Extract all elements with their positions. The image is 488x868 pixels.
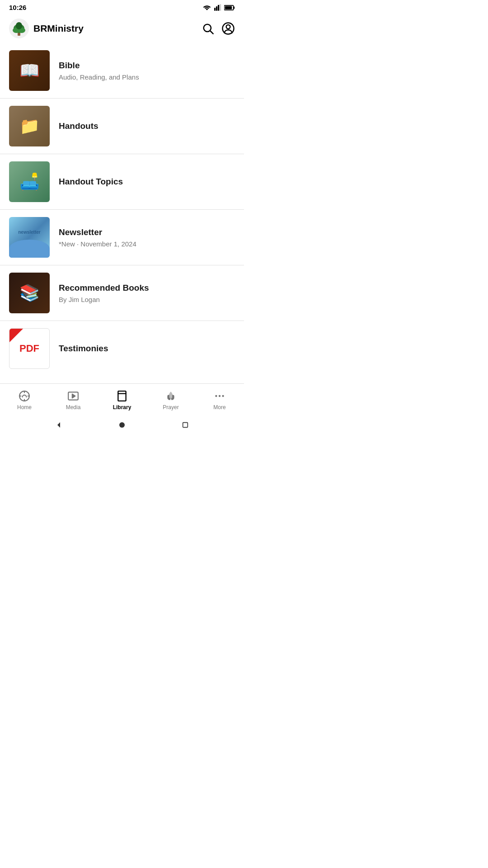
profile-button[interactable] [221,22,235,35]
list-item-testimonies[interactable]: Testimonies [0,321,244,375]
testimonies-text: Testimonies [59,343,235,354]
signal-icon [214,4,221,11]
svg-point-26 [215,395,217,396]
recents-button[interactable] [181,420,190,429]
home-icon [18,390,31,402]
svg-rect-2 [218,5,219,11]
newsletter-title: Newsletter [59,227,235,238]
nav-item-prayer[interactable]: Prayer [153,390,189,410]
nav-item-home[interactable]: Home [6,390,42,410]
wifi-icon [202,4,211,11]
list-item-handout-topics[interactable]: Handout Topics [0,154,244,210]
nav-item-library[interactable]: Library [104,390,140,410]
svg-point-28 [222,395,224,396]
svg-rect-3 [220,4,221,10]
app-bar: BRMinistry [0,14,244,43]
handout-topics-thumbnail [9,161,50,202]
handout-topics-text: Handout Topics [59,176,235,188]
app-logo-container: BRMinistry [9,19,202,38]
library-list: Bible Audio, Reading, and Plans Handouts… [0,43,244,375]
svg-point-27 [219,395,221,396]
recommended-books-text: Recommended Books By Jim Logan [59,283,235,303]
app-title: BRMinistry [33,23,84,34]
handouts-thumbnail [9,106,50,146]
battery-icon [224,5,235,11]
nav-item-more[interactable]: More [202,390,238,410]
newsletter-text: Newsletter *New · November 1, 2024 [59,227,235,248]
media-icon [67,390,80,402]
status-icons [202,4,235,11]
svg-rect-5 [234,6,235,9]
recommended-books-subtitle: By Jim Logan [59,296,235,303]
list-item-recommended-books[interactable]: Recommended Books By Jim Logan [0,265,244,321]
svg-marker-23 [72,394,75,398]
recommended-books-title: Recommended Books [59,283,235,294]
search-button[interactable] [202,22,214,35]
nav-item-media[interactable]: Media [55,390,91,410]
svg-rect-6 [225,6,232,9]
back-button[interactable] [54,420,63,429]
bible-thumbnail [9,50,50,91]
list-item-newsletter[interactable]: Newsletter *New · November 1, 2024 [0,210,244,265]
list-item-handouts[interactable]: Handouts [0,99,244,154]
status-bar: 10:26 [0,0,244,14]
handout-topics-title: Handout Topics [59,176,235,188]
svg-point-12 [16,22,22,29]
search-icon [202,22,214,35]
bottom-nav: Home Media Library Pray [0,383,244,416]
svg-rect-24 [118,391,126,401]
handouts-title: Handouts [59,121,235,132]
nav-label-more: More [213,404,225,410]
bible-title: Bible [59,60,235,71]
app-bar-actions [202,22,235,35]
newsletter-thumbnail [9,217,50,258]
newsletter-subtitle: *New · November 1, 2024 [59,240,235,248]
testimonies-thumbnail [9,328,50,369]
svg-rect-1 [216,6,217,11]
nav-label-home: Home [17,404,32,410]
svg-rect-31 [183,423,188,428]
nav-label-media: Media [66,404,81,410]
svg-marker-29 [57,422,60,428]
library-icon [116,390,128,402]
bible-subtitle: Audio, Reading, and Plans [59,73,235,81]
system-nav [0,416,244,434]
more-icon [213,390,226,402]
app-logo-icon [9,19,29,38]
status-time: 10:26 [9,4,26,11]
handouts-text: Handouts [59,121,235,132]
profile-icon [221,22,235,35]
prayer-icon [164,390,177,402]
svg-point-16 [226,25,230,29]
testimonies-title: Testimonies [59,343,235,354]
svg-rect-0 [214,8,216,10]
svg-line-14 [210,31,213,33]
nav-label-library: Library [113,404,131,410]
recommended-books-thumbnail [9,273,50,313]
bible-text: Bible Audio, Reading, and Plans [59,60,235,81]
list-item-bible[interactable]: Bible Audio, Reading, and Plans [0,43,244,99]
home-button[interactable] [117,420,127,429]
svg-point-30 [119,422,125,428]
nav-label-prayer: Prayer [163,404,178,410]
